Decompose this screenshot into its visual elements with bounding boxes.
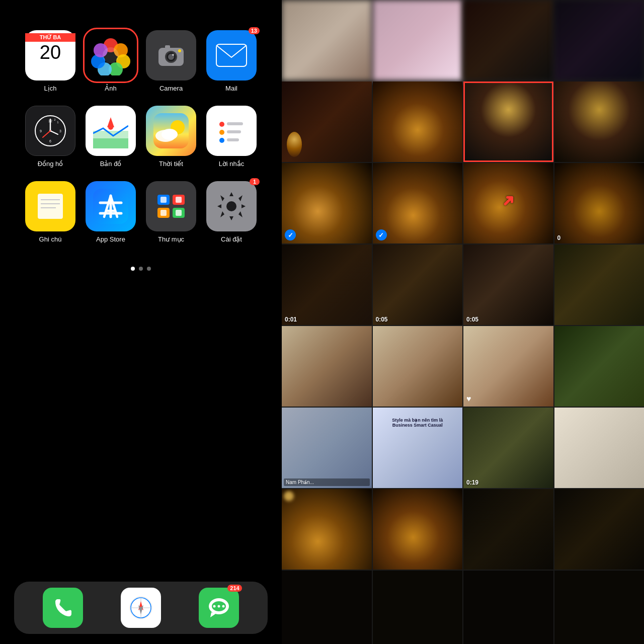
selected-photo-cell[interactable] (463, 82, 553, 162)
photo-cell[interactable] (282, 571, 372, 644)
photo-cell[interactable] (373, 82, 463, 162)
photo-cell[interactable] (282, 326, 372, 407)
photo-cell[interactable] (554, 408, 645, 488)
app-grid: THỨ BA 20 Lịch Ảnh (8, 30, 274, 247)
app-label-caidat: Cài đặt (221, 235, 242, 243)
maps-icon (93, 113, 128, 148)
svg-rect-38 (227, 122, 243, 125)
svg-rect-13 (165, 45, 170, 49)
calendar-day-number: 20 (40, 43, 61, 62)
photo-video-cell[interactable]: 0:05 (463, 245, 553, 325)
svg-rect-53 (153, 189, 189, 224)
svg-rect-40 (227, 130, 241, 133)
clock-icon: 12 3 6 9 1 2 (33, 113, 68, 148)
photo-cell[interactable] (282, 82, 372, 162)
svg-rect-60 (160, 210, 167, 216)
app-lich[interactable]: THỨ BA 20 Lịch (23, 30, 78, 96)
app-label-loinhac: Lời nhắc (219, 160, 245, 168)
photo-video-cell[interactable]: 0:01 (282, 245, 372, 325)
photo-cell[interactable] (463, 571, 553, 644)
svg-rect-58 (160, 197, 167, 203)
svg-text:9: 9 (40, 129, 42, 133)
page-indicator (131, 267, 151, 271)
photo-cell[interactable] (554, 489, 645, 570)
app-thoitiet[interactable]: Thời tiết (143, 106, 199, 171)
svg-point-72 (213, 605, 215, 608)
app-caidat[interactable]: 1 Cài đặt (204, 181, 259, 247)
photo-cell-check[interactable] (282, 163, 372, 244)
photo-cell[interactable] (282, 0, 372, 80)
app-dongho[interactable]: 12 3 6 9 1 2 Đồng hồ (23, 106, 78, 171)
photo-cell[interactable]: Nam Phần... (282, 408, 372, 488)
photo-cell[interactable] (554, 245, 645, 325)
photos-app: ➜ 0 0:01 0:05 0:05 ♥ Nam Phần... (282, 0, 644, 644)
appstore-icon (93, 189, 128, 224)
app-anh[interactable]: Ảnh (83, 30, 138, 96)
mail-badge: 13 (249, 27, 260, 34)
app-label-lich: Lịch (44, 85, 57, 92)
photo-cell[interactable] (554, 326, 645, 407)
dock-safari[interactable] (121, 588, 161, 628)
video-duration-1: 0:01 (285, 316, 297, 323)
photo-cell[interactable]: ♥ (463, 326, 553, 407)
dock-phone[interactable] (43, 588, 83, 628)
camera-icon (156, 40, 186, 70)
photo-cell[interactable] (463, 489, 553, 570)
settings-icon (216, 191, 247, 221)
folder-icon (153, 189, 189, 224)
photo-cell[interactable] (373, 571, 463, 644)
app-ghichu[interactable]: Ghi chú (23, 181, 78, 247)
svg-point-37 (219, 122, 224, 127)
svg-point-31 (108, 125, 113, 130)
photo-cell[interactable] (554, 82, 645, 162)
photo-cell-video[interactable]: 0:19 (463, 408, 553, 488)
video-duration-3: 0:05 (466, 316, 478, 323)
dot-2 (139, 267, 143, 271)
svg-point-39 (219, 130, 224, 135)
photo-cell[interactable]: Style mà bạn nên tìm làBusiness Smart Ca… (373, 408, 463, 488)
svg-point-14 (178, 49, 181, 52)
app-camera[interactable]: Camera (143, 30, 199, 96)
photo-cell-check2[interactable] (373, 163, 463, 244)
photo-cell[interactable] (373, 0, 463, 80)
photo-cell[interactable] (373, 489, 463, 570)
mail-icon (215, 43, 248, 67)
messages-badge: 214 (227, 585, 242, 592)
app-loinhac[interactable]: Lời nhắc (204, 106, 259, 171)
app-appstore[interactable]: App Store (83, 181, 138, 247)
video-duration-2: 0:05 (376, 316, 388, 323)
svg-rect-61 (176, 210, 182, 216)
dock: 214 (14, 582, 268, 634)
app-label-camera: Camera (159, 85, 183, 92)
svg-rect-29 (93, 138, 128, 148)
svg-rect-15 (216, 44, 247, 66)
dot-1 (131, 267, 135, 271)
app-label-anh: Ảnh (105, 85, 116, 92)
photo-grid: ➜ 0 0:01 0:05 0:05 ♥ Nam Phần... (282, 0, 644, 644)
svg-point-12 (172, 54, 174, 56)
photo-cell[interactable] (554, 571, 645, 644)
photo-cell[interactable] (282, 489, 372, 570)
notes-icon (33, 189, 68, 224)
app-mail[interactable]: 13 Mail (204, 30, 259, 96)
reminders-icon (214, 113, 249, 148)
svg-text:3: 3 (59, 129, 61, 133)
photo-cell[interactable] (463, 0, 553, 80)
dock-messages[interactable]: 214 (199, 588, 239, 628)
svg-point-35 (162, 129, 178, 140)
calendar-day-name: THỨ BA (25, 33, 75, 42)
app-bando[interactable]: Bản đồ (83, 106, 138, 171)
photo-video-cell[interactable]: 0:05 (373, 245, 463, 325)
photo-cell-count[interactable]: 0 (554, 163, 645, 244)
app-label-thoitiet: Thời tiết (159, 160, 183, 168)
photo-check-mark (285, 229, 296, 240)
photo-cell[interactable] (373, 326, 463, 407)
app-thumuc[interactable]: Thư mục (143, 181, 199, 247)
app-label-dongho: Đồng hồ (38, 160, 63, 168)
photo-check-mark (376, 229, 387, 240)
svg-point-62 (226, 201, 236, 211)
photo-cell[interactable] (554, 0, 645, 80)
photo-cell-arrow[interactable]: ➜ (463, 163, 553, 244)
photo-heart-mark: ♥ (466, 394, 471, 404)
svg-point-7 (103, 47, 119, 63)
